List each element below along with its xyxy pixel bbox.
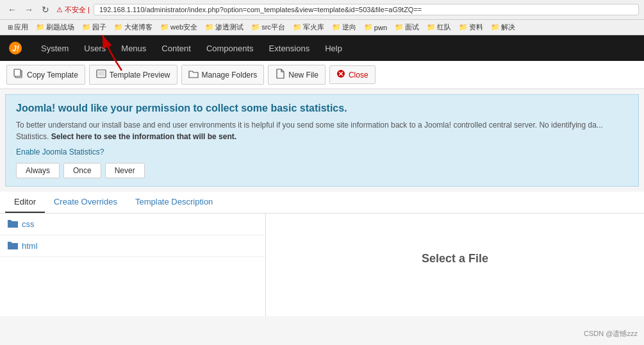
bookmark-item-12[interactable]: 📁 资料: [456, 22, 486, 33]
always-button[interactable]: Always: [16, 163, 60, 178]
bookmarks-apps-label: 应用: [14, 22, 28, 32]
manage-folders-button[interactable]: Manage Folders: [181, 65, 265, 85]
nav-components[interactable]: Components: [199, 37, 261, 60]
file-tree: css html: [0, 214, 266, 316]
new-file-button[interactable]: New File: [268, 65, 326, 85]
select-file-text: Select a File: [422, 252, 488, 265]
template-preview-label: Template Preview: [110, 71, 170, 80]
folder-icon-2: 📁: [82, 23, 91, 31]
nav-extensions[interactable]: Extensions: [261, 37, 318, 60]
bookmark-label-6: src平台: [261, 22, 285, 32]
folder-icon-3: 📁: [114, 23, 123, 31]
new-file-label: New File: [288, 71, 318, 80]
nav-help[interactable]: Help: [317, 37, 350, 60]
bookmark-item-10[interactable]: 📁 面试: [392, 22, 422, 33]
close-label: Close: [349, 71, 368, 80]
refresh-button[interactable]: ↻: [38, 3, 53, 17]
folder-icon-6: 📁: [251, 23, 260, 31]
file-tree-label-html: html: [22, 241, 38, 251]
bookmark-item-3[interactable]: 📁 大佬博客: [111, 22, 155, 33]
file-tree-item-html[interactable]: html: [0, 235, 265, 257]
bookmark-item-1[interactable]: 📁 刷题战场: [33, 22, 77, 33]
notification-banner: Joomla! would like your permission to co…: [5, 94, 639, 187]
template-preview-button[interactable]: Template Preview: [89, 65, 178, 85]
folder-icon-12: 📁: [459, 23, 468, 31]
joomla-logo: J!: [5, 35, 33, 61]
bookmark-item-2[interactable]: 📁 园子: [79, 22, 109, 33]
nav-buttons: ← → ↻: [5, 3, 53, 17]
bookmark-label-12: 资料: [469, 22, 483, 32]
bookmark-label-10: 面试: [405, 22, 419, 32]
template-preview-icon: [96, 69, 106, 81]
folder-icon-4: 📁: [160, 23, 169, 31]
bookmark-item-9[interactable]: 📁 pwn: [361, 22, 390, 32]
file-tree-label-css: css: [22, 219, 35, 229]
once-button[interactable]: Once: [63, 163, 101, 178]
notification-title: Joomla! would like your permission to co…: [16, 103, 628, 114]
tabs-bar: Editor Create Overrides Template Descrip…: [0, 192, 644, 214]
copy-template-icon: [13, 69, 24, 81]
folder-icon-9: 📁: [364, 23, 373, 31]
svg-rect-5: [98, 71, 104, 76]
bookmark-label-2: 园子: [92, 22, 106, 32]
security-warning: ⚠ 不安全 |: [56, 5, 90, 15]
bookmark-label-8: 逆向: [342, 22, 356, 32]
new-file-icon: [275, 69, 285, 81]
main-content: css html Select a File: [0, 214, 644, 316]
bookmark-item-11[interactable]: 📁 红队: [424, 22, 454, 33]
bookmark-item-8[interactable]: 📁 逆向: [329, 22, 359, 33]
bookmark-item-13[interactable]: 📁 解决: [488, 22, 518, 33]
browser-bar: ← → ↻ ⚠ 不安全 |: [0, 0, 644, 20]
bookmark-label-4: web安全: [170, 22, 197, 32]
bookmark-label-13: 解决: [501, 22, 515, 32]
bookmark-label-1: 刷题战场: [46, 22, 74, 32]
bookmark-label-3: 大佬博客: [124, 22, 153, 32]
folder-icon-13: 📁: [491, 23, 500, 31]
back-button[interactable]: ←: [5, 3, 19, 17]
bookmark-label-11: 红队: [437, 22, 451, 32]
toolbar: Copy Template Template Preview Manage Fo…: [0, 61, 644, 89]
folder-icon-1: 📁: [36, 23, 45, 31]
file-tree-item-css[interactable]: css: [0, 214, 265, 235]
notification-buttons: Always Once Never: [16, 163, 628, 178]
manage-folders-icon: [188, 69, 199, 81]
forward-button[interactable]: →: [22, 3, 36, 17]
svg-rect-3: [14, 69, 21, 76]
bookmark-label-9: pwn: [374, 24, 387, 31]
right-panel: Select a File: [266, 214, 644, 316]
nav-content[interactable]: Content: [154, 37, 199, 60]
bookmark-label-5: 渗透测试: [215, 22, 244, 32]
never-button[interactable]: Never: [105, 163, 145, 178]
folder-icon-11: 📁: [427, 23, 436, 31]
folder-icon-5: 📁: [205, 23, 214, 31]
joomla-navbar: J! System Users Menus Content Components…: [0, 35, 644, 61]
enable-statistics-link[interactable]: Enable Joomla Statistics?: [16, 147, 628, 156]
bookmarks-bar: ⊞ 应用 📁 刷题战场 📁 园子 📁 大佬博客 📁 web安全 📁 渗透测试 📁…: [0, 20, 644, 35]
close-icon: [336, 69, 345, 80]
nav-users[interactable]: Users: [76, 37, 113, 60]
notification-bold-text: Select here to see the information that …: [51, 132, 236, 141]
tab-editor[interactable]: Editor: [5, 192, 45, 213]
svg-text:J!: J!: [12, 44, 19, 53]
nav-system[interactable]: System: [33, 37, 76, 60]
copy-template-button[interactable]: Copy Template: [6, 65, 85, 85]
folder-icon-8: 📁: [332, 23, 341, 31]
tab-create-overrides[interactable]: Create Overrides: [45, 192, 126, 213]
apps-icon: ⊞: [8, 24, 13, 31]
manage-folders-label: Manage Folders: [202, 71, 258, 80]
bookmark-item-5[interactable]: 📁 渗透测试: [202, 22, 246, 33]
close-button[interactable]: Close: [329, 65, 376, 84]
bookmark-item-4[interactable]: 📁 web安全: [158, 22, 200, 33]
folder-icon-7: 📁: [293, 23, 302, 31]
bookmark-item-6[interactable]: 📁 src平台: [249, 22, 288, 33]
bookmarks-apps[interactable]: ⊞ 应用: [5, 22, 31, 33]
nav-menus[interactable]: Menus: [113, 37, 154, 60]
address-bar[interactable]: [94, 4, 639, 15]
folder-icon-html: [8, 240, 18, 251]
folder-icon-10: 📁: [395, 23, 404, 31]
tab-template-description[interactable]: Template Description: [126, 192, 222, 213]
copy-template-label: Copy Template: [27, 71, 78, 80]
bookmark-label-7: 军火库: [303, 22, 324, 32]
folder-icon-css: [8, 219, 18, 230]
bookmark-item-7[interactable]: 📁 军火库: [290, 22, 327, 33]
